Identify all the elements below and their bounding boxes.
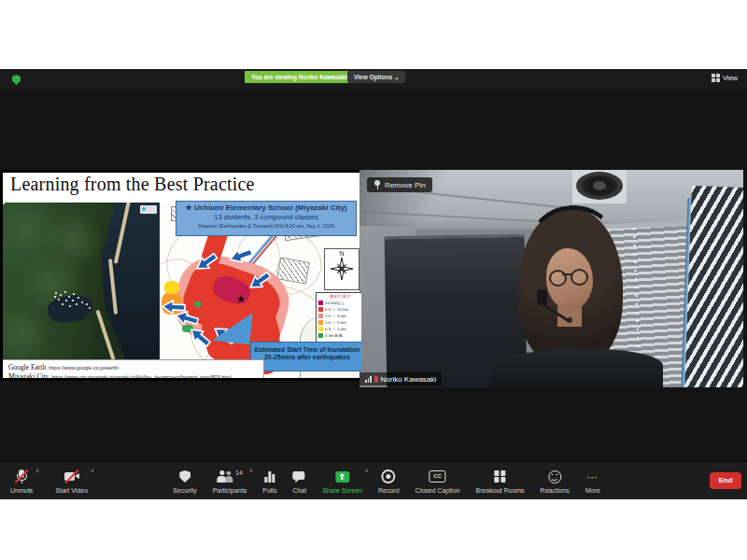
- view-grid-icon: [712, 74, 720, 82]
- security-shield-icon: [179, 470, 190, 483]
- chat-button[interactable]: Chat: [288, 462, 311, 499]
- satellite-map-image: [3, 203, 160, 359]
- shoulders: [490, 349, 663, 387]
- camera-off-icon: [63, 469, 80, 485]
- participants-button[interactable]: 14 ∧ Participants: [208, 462, 252, 499]
- chevron-down-icon: ⌄: [394, 74, 399, 80]
- breakout-rooms-button[interactable]: Breakout Rooms: [471, 462, 529, 499]
- polls-button[interactable]: Polls: [258, 462, 281, 499]
- slide-title: Learning from the Best Practice: [10, 174, 255, 195]
- compass-rose: N: [324, 248, 359, 290]
- chevron-up-icon[interactable]: ∧: [91, 467, 94, 473]
- end-meeting-button[interactable]: End: [710, 472, 741, 489]
- chevron-up-icon[interactable]: ∧: [365, 467, 369, 473]
- reactions-smiley-icon: [548, 470, 561, 483]
- polls-icon: [264, 470, 275, 483]
- connection-signal-icon: [365, 376, 372, 383]
- encryption-shield-icon[interactable]: [12, 75, 21, 85]
- record-icon: [382, 469, 396, 483]
- meeting-toolbar: ∧ Unmute ∧ Start Video Security 14 ∧ Par…: [0, 461, 747, 499]
- meeting-top-bar: You are viewing Noriko Kawasaki's screen…: [0, 69, 747, 90]
- school-location-star: ★: [236, 294, 246, 304]
- microphone-muted-icon: [14, 469, 29, 485]
- start-video-button[interactable]: ∧ Start Video: [51, 462, 93, 499]
- inundation-time-callout: Estimated Start Time of Inundation 20-25…: [250, 342, 364, 371]
- pin-icon: [374, 180, 381, 189]
- map-marker-label: [140, 205, 157, 214]
- source-url[interactable]: https://www.city.miyazaki.miyazaki.jp/li…: [51, 374, 231, 380]
- muted-mic-icon: [374, 376, 378, 383]
- share-screen-icon: [335, 471, 349, 483]
- zoom-meeting-window: You are viewing Noriko Kawasaki's screen…: [0, 69, 747, 499]
- view-options-button[interactable]: View Options ⌄: [347, 71, 405, 83]
- compass-star-icon: [330, 257, 354, 281]
- callout-pointer: [212, 309, 252, 344]
- closed-caption-icon: CC: [430, 470, 446, 483]
- more-dots-icon: ⋯: [587, 472, 599, 482]
- participant-video[interactable]: Remove Pin Noriko Kawasaki: [359, 170, 743, 387]
- shared-screen-slide: Learning from the Best Practice: [0, 170, 364, 381]
- share-screen-button[interactable]: ∧ Share Screen: [317, 462, 367, 499]
- participant-name-tag: Noriko Kawasaki: [359, 372, 442, 385]
- view-button[interactable]: View: [712, 72, 738, 83]
- town-buildings: [3, 203, 5, 204]
- remove-pin-button[interactable]: Remove Pin: [367, 177, 432, 192]
- chevron-up-icon[interactable]: ∧: [249, 467, 253, 473]
- school-info-box: ★ Uchiumi Elementary School (Miyazaki Ci…: [176, 201, 357, 236]
- reactions-button[interactable]: Reactions: [536, 462, 574, 499]
- headset-earcup: [537, 289, 547, 305]
- chat-icon: [293, 470, 306, 483]
- closed-caption-button[interactable]: CC Closed Caption: [411, 462, 465, 499]
- chevron-up-icon[interactable]: ∧: [35, 467, 39, 473]
- source-name: Miyazaki City: [8, 372, 49, 381]
- inundation-depth-legend: 浸水の深さ 10.0m以上 5.0 ～ 10.0m 2.0 ～ 5.0m 1.0…: [316, 292, 364, 346]
- participants-count: 14: [235, 469, 243, 476]
- security-button[interactable]: Security: [168, 462, 201, 499]
- breakout-rooms-icon: [494, 470, 506, 483]
- record-button[interactable]: Record: [374, 462, 404, 499]
- participant-person: [359, 170, 743, 387]
- unmute-button[interactable]: ∧ Unmute: [6, 462, 38, 499]
- source-links: Google Earthhttps://www.google.co.jp/ear…: [3, 359, 264, 378]
- participants-icon: [217, 469, 233, 484]
- more-button[interactable]: ⋯ More: [581, 462, 605, 499]
